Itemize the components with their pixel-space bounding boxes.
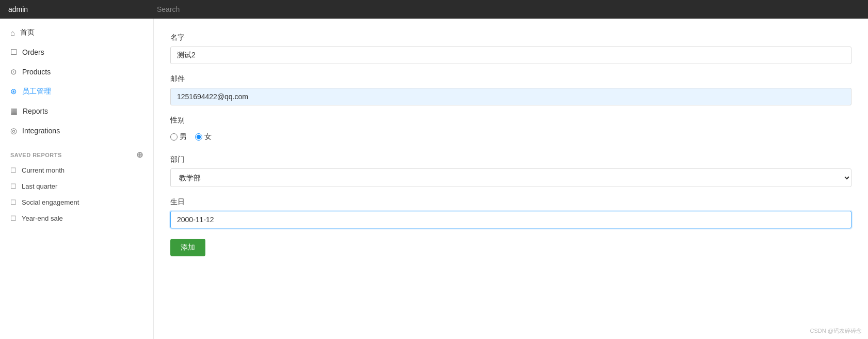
sidebar-item-employees[interactable]: ⊛员工管理 [0, 82, 153, 101]
report-icon-current-month: ☐ [10, 166, 17, 174]
saved-report-year-end-sale[interactable]: ☐Year-end sale [0, 210, 153, 226]
orders-icon: ☐ [10, 48, 17, 57]
birthday-label: 生日 [170, 197, 851, 207]
gender-group: 性别 男 女 [170, 116, 851, 145]
saved-report-label-last-quarter: Last quarter [22, 182, 57, 190]
department-group: 部门 教学部研发部市场部行政部 [170, 155, 851, 187]
integrations-icon: ◎ [10, 126, 17, 135]
watermark: CSDN @码农碎碎念 [810, 327, 862, 335]
saved-report-label-social-engagement: Social engagement [22, 198, 79, 206]
gender-male-text: 男 [180, 132, 187, 142]
gender-female-label[interactable]: 女 [195, 132, 212, 142]
gender-male-label[interactable]: 男 [170, 132, 187, 142]
sidebar-item-orders[interactable]: ☐Orders [0, 42, 153, 62]
report-icon-last-quarter: ☐ [10, 182, 17, 190]
birthday-input[interactable] [170, 211, 851, 228]
department-select[interactable]: 教学部研发部市场部行政部 [170, 168, 851, 187]
sidebar-item-products[interactable]: ⊙Products [0, 62, 153, 82]
app-title: admin [8, 5, 153, 13]
email-group: 邮件 [170, 74, 851, 105]
report-icon-social-engagement: ☐ [10, 198, 17, 206]
gender-female-text: 女 [204, 132, 212, 142]
email-label: 邮件 [170, 74, 851, 84]
sidebar-item-integrations[interactable]: ◎Integrations [0, 121, 153, 141]
birthday-group: 生日 [170, 197, 851, 228]
name-label: 名字 [170, 33, 851, 42]
add-saved-report-button[interactable]: ⊕ [136, 151, 143, 159]
gender-radio-group: 男 女 [170, 129, 851, 145]
sidebar-item-label-reports: Reports [23, 107, 48, 115]
report-icon-year-end-sale: ☐ [10, 214, 17, 222]
layout: ⌂首页☐Orders⊙Products⊛员工管理▦Reports◎Integra… [0, 19, 868, 339]
name-group: 名字 [170, 33, 851, 64]
home-icon: ⌂ [10, 28, 15, 37]
saved-report-label-year-end-sale: Year-end sale [22, 214, 63, 222]
email-input[interactable] [170, 88, 851, 105]
products-icon: ⊙ [10, 67, 17, 76]
reports-icon: ▦ [10, 106, 18, 116]
main-content: 名字 邮件 性别 男 女 部门 教学部研发部市场部行政部 [154, 19, 868, 339]
sidebar-item-home[interactable]: ⌂首页 [0, 23, 153, 42]
saved-report-current-month[interactable]: ☐Current month [0, 162, 153, 178]
saved-report-label-current-month: Current month [22, 166, 65, 174]
sidebar-nav: ⌂首页☐Orders⊙Products⊛员工管理▦Reports◎Integra… [0, 19, 153, 145]
employees-icon: ⊛ [10, 87, 17, 96]
sidebar-item-label-employees: 员工管理 [22, 87, 51, 96]
saved-reports-label: SAVED REPORTS [10, 152, 62, 158]
sidebar-item-label-home: 首页 [20, 28, 35, 37]
gender-male-radio[interactable] [170, 133, 178, 141]
saved-reports-section: SAVED REPORTS ⊕ [0, 145, 153, 162]
sidebar: ⌂首页☐Orders⊙Products⊛员工管理▦Reports◎Integra… [0, 19, 154, 339]
topbar: admin [0, 0, 868, 19]
department-label: 部门 [170, 155, 851, 164]
sidebar-item-label-integrations: Integrations [22, 127, 60, 135]
sidebar-item-label-products: Products [22, 68, 51, 76]
saved-report-social-engagement[interactable]: ☐Social engagement [0, 194, 153, 210]
sidebar-item-label-orders: Orders [22, 48, 44, 56]
name-input[interactable] [170, 47, 851, 64]
gender-label: 性别 [170, 116, 851, 125]
saved-report-last-quarter[interactable]: ☐Last quarter [0, 178, 153, 194]
submit-button[interactable]: 添加 [170, 239, 205, 256]
sidebar-item-reports[interactable]: ▦Reports [0, 101, 153, 121]
search-input[interactable] [153, 5, 860, 13]
gender-female-radio[interactable] [195, 133, 202, 141]
